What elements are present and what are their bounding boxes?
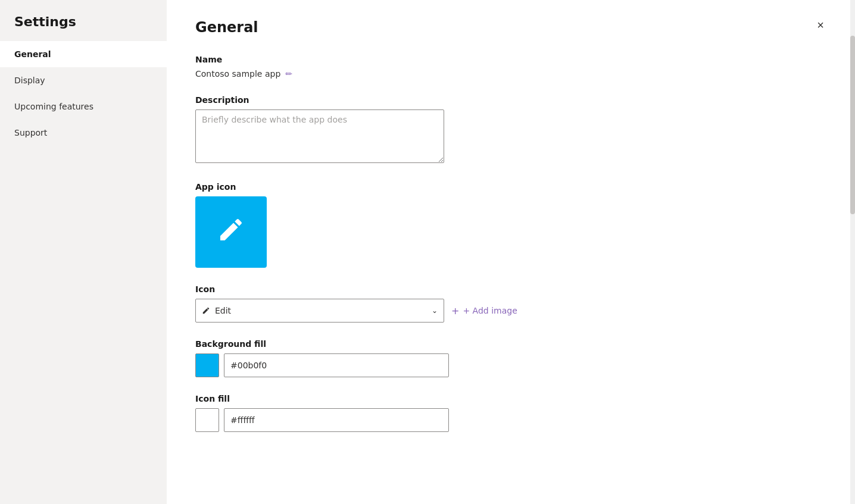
sidebar-item-support[interactable]: Support bbox=[0, 120, 167, 146]
background-color-input[interactable] bbox=[224, 353, 449, 377]
icon-dropdown[interactable]: Edit ⌄ bbox=[195, 299, 444, 323]
close-button[interactable]: × bbox=[815, 17, 826, 33]
main-panel: General × Name Contoso sample app ✏ Desc… bbox=[167, 0, 850, 504]
icon-section: Icon Edit ⌄ + + Add image bbox=[195, 284, 822, 323]
icon-dropdown-value: Edit bbox=[215, 306, 231, 315]
add-image-button[interactable]: + + Add image bbox=[451, 305, 517, 317]
icon-color-swatch[interactable] bbox=[195, 408, 219, 432]
sidebar-nav: General Display Upcoming features Suppor… bbox=[0, 41, 167, 146]
sidebar: Settings General Display Upcoming featur… bbox=[0, 0, 167, 504]
app-icon-box[interactable] bbox=[195, 196, 267, 268]
app-name-text: Contoso sample app bbox=[195, 69, 280, 79]
background-color-swatch[interactable] bbox=[195, 353, 219, 377]
icon-row: Edit ⌄ + + Add image bbox=[195, 299, 822, 323]
panel-title: General bbox=[195, 19, 258, 36]
background-fill-label: Background fill bbox=[195, 339, 822, 349]
description-section: Description bbox=[195, 95, 822, 165]
icon-fill-label: Icon fill bbox=[195, 394, 822, 403]
chevron-down-icon: ⌄ bbox=[432, 306, 438, 315]
name-label: Name bbox=[195, 55, 822, 64]
name-edit-icon[interactable]: ✏ bbox=[285, 69, 292, 79]
app-icon-pencil-icon bbox=[217, 215, 245, 249]
scrollbar-track bbox=[850, 0, 855, 504]
add-image-label: + Add image bbox=[463, 306, 517, 315]
background-fill-row bbox=[195, 353, 822, 377]
sidebar-item-display[interactable]: Display bbox=[0, 67, 167, 93]
name-section: Name Contoso sample app ✏ bbox=[195, 55, 822, 79]
panel-header: General × bbox=[195, 19, 822, 36]
sidebar-item-general[interactable]: General bbox=[0, 41, 167, 67]
description-textarea[interactable] bbox=[195, 109, 444, 163]
scrollbar-thumb[interactable] bbox=[850, 36, 855, 214]
background-fill-section: Background fill bbox=[195, 339, 822, 377]
app-icon-label: App icon bbox=[195, 182, 822, 192]
edit-icon bbox=[202, 306, 210, 315]
icon-label: Icon bbox=[195, 284, 822, 294]
plus-icon: + bbox=[451, 305, 459, 317]
sidebar-item-upcoming-features[interactable]: Upcoming features bbox=[0, 93, 167, 120]
name-row: Contoso sample app ✏ bbox=[195, 69, 822, 79]
icon-fill-row bbox=[195, 408, 822, 432]
description-label: Description bbox=[195, 95, 822, 105]
sidebar-title: Settings bbox=[0, 0, 167, 41]
icon-fill-section: Icon fill bbox=[195, 394, 822, 432]
app-icon-section: App icon bbox=[195, 182, 822, 268]
icon-color-input[interactable] bbox=[224, 408, 449, 432]
